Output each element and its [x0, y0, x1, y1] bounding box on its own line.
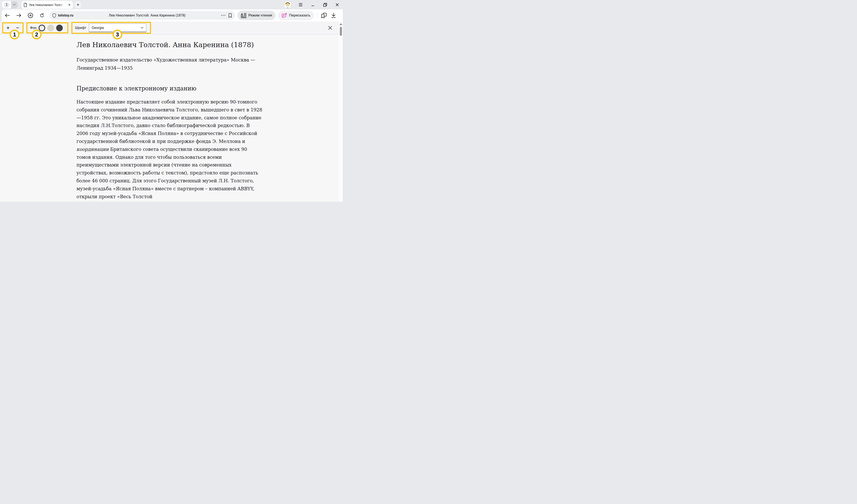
navigation-bar: Я tolstoy.ru Лев Николаевич Толстой. Анн… [2, 10, 343, 21]
forward-icon[interactable] [16, 13, 21, 18]
font-label: Шрифт [75, 26, 86, 30]
address-page-title: Лев Николаевич Толстой. Анна Каренина (1… [73, 14, 221, 17]
bg-option-dark[interactable] [56, 24, 63, 31]
yandex-icon[interactable]: Я [28, 13, 33, 18]
more-icon[interactable]: ••• [221, 13, 226, 18]
reader-toolbar: + − Фон Шрифт Georgia 1 2 3 [0, 21, 339, 34]
article-title: Лев Николаевич Толстой. Анна Каренина (1… [77, 41, 263, 49]
scroll-up-arrow[interactable] [339, 23, 342, 25]
tab-count: 1 [2, 1, 11, 9]
menu-icon[interactable] [298, 2, 303, 7]
zoom-in-button[interactable]: + [6, 25, 10, 31]
browser-window: { "window": { "tab_count": "1", "tab_tit… [0, 0, 343, 202]
paragraph-italic: координации [77, 147, 108, 152]
window-controls [284, 0, 340, 10]
reload-icon[interactable] [39, 13, 45, 18]
highlight-box-font: Шрифт Georgia [71, 22, 151, 34]
tab-strip: 1 Лев Николаевич Толст ✕ + [0, 0, 343, 10]
tab-title: Лев Николаевич Толст [29, 3, 67, 7]
scrollbar [339, 21, 343, 202]
maximize-icon[interactable] [322, 2, 327, 7]
bg-option-light[interactable] [38, 24, 45, 31]
tab-counter-button[interactable]: 1 [2, 1, 18, 9]
minimize-icon[interactable] [310, 2, 315, 7]
download-icon[interactable] [331, 13, 336, 18]
scrollbar-thumb[interactable] [340, 27, 342, 36]
reading-mode-icon: A [241, 13, 247, 18]
shield-icon [52, 13, 56, 18]
svg-text:A: A [241, 13, 243, 16]
site-domain: tolstoy.ru [58, 14, 73, 17]
document-icon [23, 3, 27, 7]
reader-close-button[interactable] [327, 25, 333, 31]
browser-tab[interactable]: Лев Николаевич Толст ✕ [21, 1, 73, 9]
bg-option-sepia[interactable] [47, 24, 54, 31]
section-heading: Предисловие к электронному изданию [77, 85, 263, 92]
back-icon[interactable] [5, 13, 10, 18]
paragraph-text: Настоящее издание представляет собой эле… [77, 99, 262, 144]
tab-count-badge: 1 [4, 2, 10, 7]
reading-mode-button[interactable]: A Режим чтения [237, 11, 275, 20]
paragraph: Настоящее издание представляет собой эле… [77, 98, 263, 201]
chevron-down-icon [140, 27, 144, 29]
paragraph-text: Британского совета осуществили сканирова… [77, 147, 258, 199]
reader-content: Лев Николаевич Толстой. Анна Каренина (1… [0, 34, 339, 202]
callout-1: 1 [10, 30, 19, 39]
tab-close-icon[interactable]: ✕ [68, 3, 71, 6]
callout-3: 3 [113, 30, 122, 39]
background-label: Фон [30, 26, 36, 30]
avatar[interactable] [284, 1, 291, 8]
callout-2: 2 [32, 30, 41, 39]
retell-icon [282, 13, 287, 18]
font-select-value: Georgia [92, 26, 104, 30]
chevron-down-icon[interactable] [11, 1, 18, 9]
collections-icon[interactable] [321, 13, 327, 18]
publisher-line: Государственное издательство «Художестве… [77, 56, 263, 72]
reading-mode-label: Режим чтения [248, 13, 272, 18]
bookmark-icon[interactable] [229, 13, 232, 18]
address-bar[interactable]: tolstoy.ru Лев Николаевич Толстой. Анна … [49, 11, 235, 20]
retell-label: Пересказать [289, 13, 310, 18]
retell-button[interactable]: Пересказать [278, 11, 314, 20]
close-window-icon[interactable] [335, 2, 340, 7]
new-tab-button[interactable]: + [74, 1, 81, 8]
